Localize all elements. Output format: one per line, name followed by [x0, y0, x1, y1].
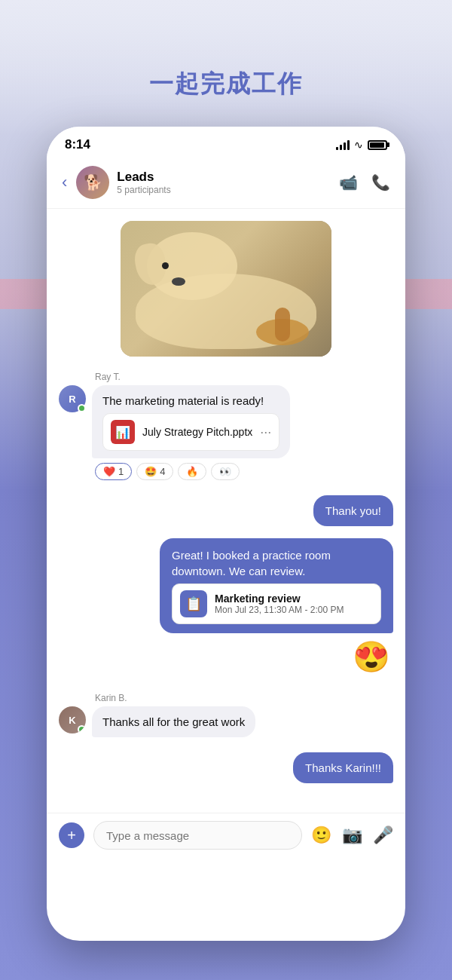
group-participants: 5 participants [117, 185, 339, 195]
message-group-ray: Ray T. R The marketing material is ready… [47, 366, 405, 486]
reaction-fire[interactable]: 🔥 [178, 463, 206, 480]
thankskarin-text: Thanks Karin!!! [305, 760, 381, 776]
event-time: Mon Jul 23, 11:30 AM - 2:00 PM [215, 605, 344, 615]
avatar-karin-initials: K [69, 715, 75, 726]
phone-shell: 8:14 ∿ ‹ 🐕 Leads 5 participants 📹 📞 [47, 127, 405, 941]
add-button[interactable]: + [59, 822, 84, 848]
message-row-ray: R The marketing material is ready! 📊 Jul… [59, 385, 393, 458]
sender-name-karin: Karin B. [95, 693, 393, 703]
back-button[interactable]: ‹ [62, 173, 67, 192]
online-dot-ray [78, 404, 86, 412]
calendar-icon: 📋 [180, 590, 207, 617]
message-row-karin: K Thanks all for the great work [59, 706, 393, 737]
message-group-karin: Karin B. K Thanks all for the great work [47, 687, 405, 743]
ray-message-text: The marketing material is ready! [102, 393, 279, 409]
battery-icon [368, 140, 387, 150]
fire-emoji: 🔥 [186, 466, 198, 477]
emoji-reaction-hearteyes: 😍 [47, 639, 405, 675]
avatar-ray-initials: R [69, 394, 75, 405]
online-dot-karin [78, 725, 86, 733]
group-info: Leads 5 participants [117, 170, 339, 195]
thankyou-text: Thank you! [325, 503, 381, 519]
file-more-icon[interactable]: ··· [260, 424, 271, 440]
emoji-button[interactable]: 🙂 [311, 825, 331, 845]
bubble-ray: The marketing material is ready! 📊 July … [92, 385, 290, 458]
phone-call-icon[interactable]: 📞 [371, 173, 390, 191]
camera-button[interactable]: 📷 [342, 825, 362, 845]
event-card[interactable]: 📋 Marketing review Mon Jul 23, 11:30 AM … [172, 583, 381, 624]
bubble-thankskarin: Thanks Karin!!! [293, 752, 393, 783]
group-name: Leads [117, 170, 339, 185]
wifi-icon: ∿ [354, 139, 363, 151]
input-actions: 🙂 📷 🎤 [311, 825, 393, 845]
file-name: July Strategy Pitch.pptx [142, 426, 252, 438]
plus-icon: + [67, 827, 76, 844]
page-title: 一起完成工作 [0, 68, 452, 101]
bubble-karin: Thanks all for the great work [92, 706, 255, 737]
bubble-incoming-ray: The marketing material is ready! 📊 July … [92, 385, 290, 458]
avatar-ray: R [59, 385, 86, 412]
chat-header: ‹ 🐕 Leads 5 participants 📹 📞 [47, 158, 405, 209]
input-bar: + 🙂 📷 🎤 [47, 813, 405, 865]
heart-count: 1 [118, 466, 124, 477]
reaction-star[interactable]: 🤩 4 [136, 463, 173, 480]
video-call-icon[interactable]: 📹 [339, 173, 358, 191]
avatar-karin: K [59, 706, 86, 733]
bubble-thankyou: Thank you! [313, 495, 393, 526]
sender-name-ray: Ray T. [95, 372, 393, 382]
reactions-row: ❤️ 1 🤩 4 🔥 👀 [95, 463, 393, 480]
karin-message-text: Thanks all for the great work [102, 714, 245, 730]
bubble-booked: Great! I booked a practice room downtown… [160, 538, 393, 633]
star-count: 4 [160, 466, 165, 477]
outgoing-row-booked: Great! I booked a practice room downtown… [47, 535, 405, 636]
mic-button[interactable]: 🎤 [373, 825, 393, 845]
header-actions: 📹 📞 [339, 173, 390, 191]
status-bar: 8:14 ∿ [47, 127, 405, 158]
event-details: Marketing review Mon Jul 23, 11:30 AM - … [215, 593, 344, 615]
outgoing-row-thankskarin: Thanks Karin!!! [47, 749, 405, 786]
status-icons: ∿ [336, 139, 387, 151]
booked-text: Great! I booked a practice room downtown… [172, 547, 381, 579]
file-attachment[interactable]: 📊 July Strategy Pitch.pptx ··· [102, 413, 279, 451]
hearteyes-emoji: 😍 [353, 639, 390, 675]
message-input[interactable] [93, 821, 302, 850]
outgoing-row-thankyou: Thank you! [47, 492, 405, 529]
status-time: 8:14 [65, 137, 90, 152]
pptx-icon: 📊 [111, 420, 135, 444]
reaction-eyes[interactable]: 👀 [211, 463, 240, 480]
star-emoji: 🤩 [145, 466, 157, 477]
dog-image-container [47, 209, 405, 366]
event-title: Marketing review [215, 593, 344, 605]
chat-area[interactable]: Ray T. R The marketing material is ready… [47, 209, 405, 865]
heart-emoji: ❤️ [103, 466, 115, 477]
group-avatar: 🐕 [76, 166, 109, 199]
dog-image [121, 221, 331, 357]
eyes-emoji: 👀 [219, 466, 231, 477]
signal-icon [336, 139, 350, 150]
reaction-heart[interactable]: ❤️ 1 [95, 463, 132, 480]
